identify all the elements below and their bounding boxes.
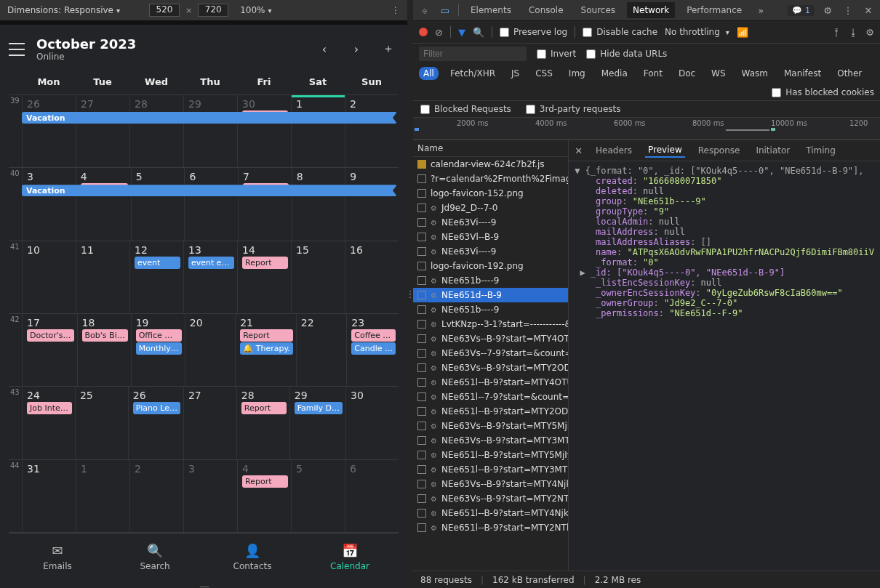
close-devtools-icon[interactable]: ✕ xyxy=(861,5,876,16)
width-input[interactable]: 520 xyxy=(149,4,180,17)
request-row[interactable]: ⚙NEe63Vl--B-9 xyxy=(413,230,568,244)
throttling-select[interactable]: No throttling xyxy=(665,27,729,37)
day-cell[interactable]: 30Report xyxy=(237,95,291,167)
day-cell[interactable]: 21Report🔔 Therapy. xyxy=(235,314,296,386)
detail-tab-response[interactable]: Response xyxy=(695,144,743,157)
event-chip[interactable]: event xyxy=(135,257,180,269)
detail-tab-timing[interactable]: Timing xyxy=(803,144,839,157)
day-cell[interactable]: 23Coffee …Candle … xyxy=(346,314,399,386)
device-toggle-icon[interactable]: ▭ xyxy=(438,5,452,16)
height-input[interactable]: 720 xyxy=(198,4,228,17)
request-row[interactable]: ⚙NEe651l--B-9?start=MTY3MTIzMTYw… xyxy=(413,462,568,477)
day-cell[interactable]: 24Job Inte… xyxy=(22,387,75,459)
day-cell[interactable]: 26Piano Le… xyxy=(128,387,183,459)
event-chip[interactable]: Piano Le… xyxy=(133,402,180,414)
json-line[interactable]: group: "NEe651b----9" xyxy=(575,196,874,206)
dimensions-dropdown[interactable]: Dimensions: Responsive xyxy=(7,5,120,15)
request-row[interactable]: ⚙NEe63Vs--B-9?start=MTY2NTk1NzYw… xyxy=(413,491,568,506)
third-party-checkbox[interactable]: 3rd-party requests xyxy=(526,104,621,114)
day-cell[interactable]: 29Family D… xyxy=(289,387,345,459)
request-row[interactable]: logo-favicon-192.png xyxy=(413,259,568,273)
request-row[interactable]: ⚙NEe651b----9 xyxy=(413,302,568,317)
day-cell[interactable]: 8 xyxy=(292,168,345,240)
nav-emails[interactable]: ✉Emails xyxy=(9,533,106,581)
day-cell[interactable]: 14Report xyxy=(237,241,291,313)
json-line[interactable]: localAdmin: null xyxy=(575,217,874,227)
request-row[interactable]: ⚙NEe651l--7-9?start=&count=1000&rev… xyxy=(413,390,568,404)
event-chip[interactable]: Report xyxy=(242,475,288,488)
type-tab-fetchxhr[interactable]: Fetch/XHR xyxy=(446,67,500,80)
type-tab-img[interactable]: Img xyxy=(564,67,590,80)
request-row[interactable]: ⚙NEe63Vs--B-9?start=MTY4Njk1Mjgw… xyxy=(413,477,568,491)
request-row[interactable]: ⚙NEe63Vi----9 xyxy=(413,244,568,259)
issues-badge[interactable]: 💬 1 xyxy=(788,5,815,16)
inspect-icon[interactable]: ⟐ xyxy=(417,5,432,16)
day-cell[interactable]: 22 xyxy=(296,314,346,386)
tab-sources[interactable]: Sources xyxy=(575,2,621,18)
tab-network[interactable]: Network xyxy=(627,2,675,18)
day-cell[interactable]: 17Doctor's… xyxy=(22,314,77,386)
tab-console[interactable]: Console xyxy=(523,2,569,18)
request-row[interactable]: ⚙NEe651l--B-9?start=MTY5MjIyMzIwM… xyxy=(413,448,568,462)
request-row[interactable]: ⚙NEe651d--B-9 xyxy=(413,288,568,302)
event-chip[interactable]: event e… xyxy=(188,257,234,269)
json-line[interactable]: groupType: "9" xyxy=(575,206,874,217)
menu-icon[interactable] xyxy=(9,43,25,56)
disable-cache-checkbox[interactable]: Disable cache xyxy=(583,27,657,37)
name-column-header[interactable]: Name xyxy=(413,140,568,157)
request-row[interactable]: ⚙NEe651b----9 xyxy=(413,273,568,288)
settings-icon[interactable]: ⚙ xyxy=(820,5,835,16)
json-line[interactable]: created: "1666080071850" xyxy=(575,176,874,186)
prev-month-button[interactable]: ‹ xyxy=(314,39,335,60)
day-cell[interactable]: 31 xyxy=(22,460,76,532)
type-tab-ws[interactable]: WS xyxy=(707,67,729,80)
tab-performance[interactable]: Performance xyxy=(681,2,748,18)
event-chip[interactable]: Coffee … xyxy=(351,329,396,342)
request-row[interactable]: ⚙NEe651l--B-9?start=MTY2NTk1NzYw… xyxy=(413,520,568,535)
json-line[interactable]: deleted: null xyxy=(575,186,874,196)
request-row[interactable]: ⚙NEe63Vi----9 xyxy=(413,215,568,230)
request-row[interactable]: ⚙Jd9e2_D--7-0 xyxy=(413,201,568,215)
request-row[interactable]: ?r=calendar%2Fmonth%2Fimages%2Flo… xyxy=(413,172,568,186)
json-line[interactable]: ▶ _id: ["KOuk4q5----0", "NEe651d--B-9"] xyxy=(575,267,874,278)
nav-calendar[interactable]: 📅Calendar xyxy=(301,533,399,581)
day-cell[interactable]: 27 xyxy=(183,387,236,459)
event-chip[interactable]: 🔔 Therapy. xyxy=(240,342,293,355)
event-chip[interactable]: Family D… xyxy=(295,402,343,414)
network-timeline[interactable]: 2000 ms 4000 ms 6000 ms 8000 ms 10000 ms… xyxy=(413,118,880,140)
json-line[interactable]: _ownerGroup: "Jd9e2_C--7-0" xyxy=(575,298,874,308)
day-cell[interactable]: 5 xyxy=(291,460,345,532)
day-cell[interactable]: 25 xyxy=(75,387,128,459)
span-event[interactable]: Vacation xyxy=(22,112,397,124)
type-tab-doc[interactable]: Doc xyxy=(674,67,700,80)
request-row[interactable]: calendar-view-624c7b2f.js xyxy=(413,157,568,172)
day-cell[interactable]: 11 xyxy=(76,241,129,313)
day-cell[interactable]: 15 xyxy=(291,241,345,313)
event-chip[interactable]: Monthly… xyxy=(136,342,182,355)
day-cell[interactable]: 12event xyxy=(129,241,183,313)
panel-resize-handle[interactable]: ⋮ xyxy=(407,0,413,588)
span-event[interactable]: Vacation xyxy=(22,185,397,196)
json-line[interactable]: ▼ {_format: "0", _id: ["KOuk4q5----0", "… xyxy=(575,166,874,176)
clear-icon[interactable]: ⊘ xyxy=(435,27,443,38)
day-cell[interactable]: 28Report xyxy=(236,387,289,459)
json-line[interactable]: _listEncSessionKey: null xyxy=(575,278,874,288)
event-chip[interactable]: Report xyxy=(240,329,293,342)
import-har-icon[interactable]: ⭳ xyxy=(849,27,858,38)
json-line[interactable]: _ownerEncSessionKey: "0yLgeZub6RswF8cIaB… xyxy=(575,288,874,298)
day-cell[interactable]: 19Office …Monthly… xyxy=(131,314,185,386)
hide-data-urls-checkbox[interactable]: Hide data URLs xyxy=(586,49,667,59)
close-details-icon[interactable]: ✕ xyxy=(575,145,583,156)
type-tab-manifest[interactable]: Manifest xyxy=(780,67,825,80)
type-tab-js[interactable]: JS xyxy=(507,67,524,80)
type-tab-css[interactable]: CSS xyxy=(531,67,557,80)
type-tab-other[interactable]: Other xyxy=(833,67,866,80)
day-cell[interactable]: 16 xyxy=(345,241,399,313)
tab-elements[interactable]: Elements xyxy=(465,2,517,18)
more-tabs-icon[interactable]: » xyxy=(753,5,768,16)
network-settings-icon[interactable]: ⚙ xyxy=(865,27,874,38)
day-cell[interactable]: 10 xyxy=(22,241,76,313)
day-cell[interactable]: 4Rebrand… xyxy=(76,168,131,240)
request-row[interactable]: ⚙NEe63Vs--B-9?start=MTY5MjIyMzIw… xyxy=(413,419,568,433)
request-row[interactable]: ⚙NEe651l--B-9?start=MTY4Njk1MjgwM… xyxy=(413,506,568,520)
